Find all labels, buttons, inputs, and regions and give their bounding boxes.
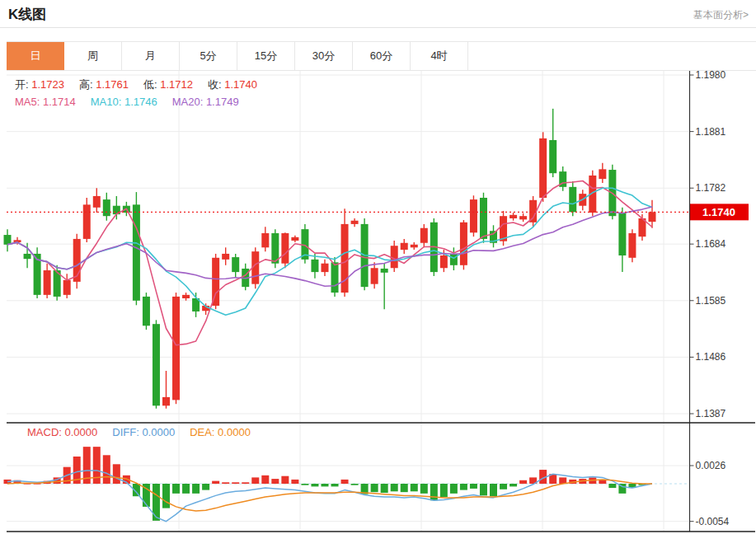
candle-up xyxy=(470,199,477,232)
candle-up xyxy=(599,169,606,179)
macd-bar-down xyxy=(311,484,318,486)
candle-up xyxy=(93,196,101,208)
macd-bar-up xyxy=(281,476,289,484)
candle-down xyxy=(618,213,626,255)
macd-bar-up xyxy=(212,481,219,484)
macd-bar-up xyxy=(341,480,349,484)
macd-bar-down xyxy=(202,484,209,490)
candle-up xyxy=(291,237,298,241)
tab-interval-3[interactable]: 5分 xyxy=(180,42,237,70)
ohlc-readout: 开: 1.1723高: 1.1761低: 1.1712收: 1.1740 xyxy=(15,77,272,92)
ohlc-高: 高: 1.1761 xyxy=(79,78,129,91)
macd-MACD: MACD: 0.0000 xyxy=(27,426,97,438)
candle-up xyxy=(44,270,51,295)
interval-tabbar: 日周月5分15分30分60分4时 xyxy=(7,41,756,71)
current-price-tag: 1.1740 xyxy=(690,204,749,220)
macd-bar-up xyxy=(271,479,279,484)
candle-up xyxy=(420,228,428,243)
macd-bar-down xyxy=(371,484,378,492)
price-tick-label: 1.1980 xyxy=(696,69,726,81)
macd-bar-down xyxy=(301,484,308,485)
price-axis: 1.19801.18811.17821.16841.15851.14861.13… xyxy=(690,69,730,527)
macd-DEA: DEA: 0.0000 xyxy=(190,426,251,438)
candle-up xyxy=(222,254,229,260)
candle-down xyxy=(381,269,388,273)
macd-bar-down xyxy=(351,484,359,485)
ma-MA10: MA10: 1.1746 xyxy=(91,96,157,108)
macd-bar-down xyxy=(192,484,200,494)
macd-bar-down xyxy=(411,484,418,491)
macd-bar-down xyxy=(450,484,458,494)
price-tick-label: 1.1881 xyxy=(696,126,726,138)
candle-up xyxy=(281,233,289,264)
macd-bar-down xyxy=(182,484,190,494)
macd-bar-up xyxy=(113,464,120,484)
candle-down xyxy=(143,297,150,326)
macd-bar-down xyxy=(490,484,497,496)
candle-down xyxy=(311,260,318,272)
macd-histogram xyxy=(4,447,646,521)
macd-bar-down xyxy=(509,484,517,486)
candle-up xyxy=(351,221,359,224)
macd-DIFF: DIFF: 0.0000 xyxy=(112,426,175,438)
ohlc-开: 开: 1.1723 xyxy=(15,78,64,91)
price-tick-label: 1.1486 xyxy=(696,351,726,363)
macd-bar-up xyxy=(261,475,269,484)
macd-bar-up xyxy=(251,477,259,484)
candle-up xyxy=(628,233,636,258)
candle-down xyxy=(232,257,239,272)
tab-interval-0[interactable]: 日 xyxy=(7,42,64,70)
candle-down xyxy=(331,262,339,293)
candle-down xyxy=(133,204,140,300)
candle-up xyxy=(162,397,170,405)
tab-interval-5[interactable]: 30分 xyxy=(295,42,353,70)
macd-bar-down xyxy=(500,484,507,490)
candle-down xyxy=(569,187,576,212)
candle-down xyxy=(24,254,31,259)
macd-bar-down xyxy=(172,484,180,494)
macd-bar-down xyxy=(430,484,438,500)
tab-interval-6[interactable]: 60分 xyxy=(353,42,411,70)
fundamental-analysis-link[interactable]: 基本面分析> xyxy=(693,8,749,22)
candle-down xyxy=(450,254,458,265)
candle-up xyxy=(83,204,91,239)
tab-interval-7[interactable]: 4时 xyxy=(411,42,468,70)
macd-tick-label: 0.0026 xyxy=(696,460,726,471)
candle-up xyxy=(182,295,190,298)
candle-up xyxy=(321,264,328,272)
candle-up xyxy=(261,233,269,247)
candle-down xyxy=(549,140,556,173)
price-tick-label: 1.1782 xyxy=(696,182,726,194)
ma-MA5: MA5: 1.1714 xyxy=(15,96,76,108)
macd-bar-up xyxy=(103,455,110,484)
macd-bar-down xyxy=(162,484,170,508)
macd-bar-down xyxy=(440,484,448,497)
price-tick-label: 1.1585 xyxy=(696,295,726,307)
candle-up xyxy=(391,246,398,268)
ohlc-收: 收: 1.1740 xyxy=(208,78,257,91)
tab-interval-4[interactable]: 15分 xyxy=(237,42,295,70)
tab-interval-1[interactable]: 周 xyxy=(64,42,122,70)
ma20-line xyxy=(7,207,652,286)
macd-bar-up xyxy=(232,482,239,484)
candle-up xyxy=(519,216,527,219)
macd-bar-up xyxy=(242,482,249,484)
candle-up xyxy=(172,297,180,400)
macd-bar-down xyxy=(470,484,477,489)
macd-bar-down xyxy=(401,484,408,492)
macd-bar-down xyxy=(391,484,398,491)
ma-readout: MA5: 1.1714MA10: 1.1746MA20: 1.1749 xyxy=(15,96,254,108)
candle-up xyxy=(539,138,547,198)
candle-up xyxy=(63,280,71,295)
macd-bar-down xyxy=(153,484,160,521)
macd-bar-up xyxy=(222,482,229,484)
tab-interval-2[interactable]: 月 xyxy=(122,42,180,70)
macd-bar-down xyxy=(321,484,328,486)
widget-header: K线图 基本面分析> xyxy=(0,0,756,28)
macd-readout: MACD: 0.0000DIFF: 0.0000DEA: 0.0000 xyxy=(27,426,265,438)
macd-bar-down xyxy=(381,484,388,493)
candle-down xyxy=(480,198,487,239)
candle-up xyxy=(460,222,467,265)
svg-text:1.1740: 1.1740 xyxy=(702,206,735,218)
candle-up xyxy=(649,212,656,222)
